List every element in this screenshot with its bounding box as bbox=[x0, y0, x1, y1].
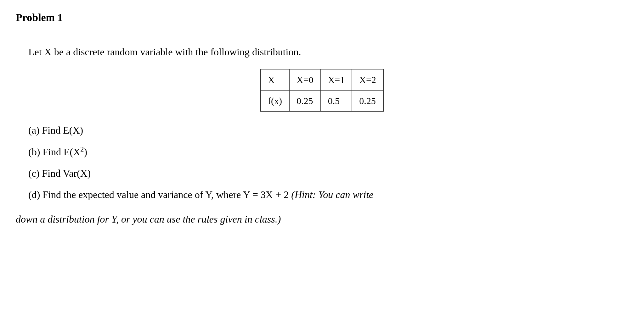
problem-parts: (a) Find E(X) (b) Find E(X2) (c) Find Va… bbox=[28, 123, 628, 202]
distribution-table-container: X X=0 X=1 X=2 f(x) 0.25 0.5 0.25 bbox=[16, 69, 628, 112]
part-d-hint: (Hint: You can write bbox=[291, 189, 373, 200]
part-b-prefix: (b) Find E(X bbox=[28, 146, 80, 158]
table-cell-x0: X=0 bbox=[289, 69, 321, 90]
table-cell-fx2: 0.25 bbox=[352, 90, 383, 111]
problem-intro: Let X be a discrete random variable with… bbox=[28, 44, 628, 59]
table-cell-x1: X=1 bbox=[321, 69, 352, 90]
part-d-continuation: down a distribution for Y, or you can us… bbox=[16, 212, 628, 227]
part-a: (a) Find E(X) bbox=[28, 123, 628, 138]
part-c: (c) Find Var(X) bbox=[28, 166, 628, 181]
part-d: (d) Find the expected value and variance… bbox=[28, 187, 628, 202]
table-cell-fx0: 0.25 bbox=[289, 90, 321, 111]
part-b-suffix: ) bbox=[84, 146, 88, 158]
part-d-main: (d) Find the expected value and variance… bbox=[28, 189, 291, 200]
part-b-superscript: 2 bbox=[80, 145, 84, 153]
part-b: (b) Find E(X2) bbox=[28, 144, 628, 159]
table-row: X X=0 X=1 X=2 bbox=[261, 69, 383, 90]
table-cell-fx-label: f(x) bbox=[261, 90, 289, 111]
table-cell-fx1: 0.5 bbox=[321, 90, 352, 111]
table-cell-x-label: X bbox=[261, 69, 289, 90]
table-row: f(x) 0.25 0.5 0.25 bbox=[261, 90, 383, 111]
problem-title: Problem 1 bbox=[16, 9, 628, 25]
table-cell-x2: X=2 bbox=[352, 69, 383, 90]
distribution-table: X X=0 X=1 X=2 f(x) 0.25 0.5 0.25 bbox=[260, 69, 384, 112]
